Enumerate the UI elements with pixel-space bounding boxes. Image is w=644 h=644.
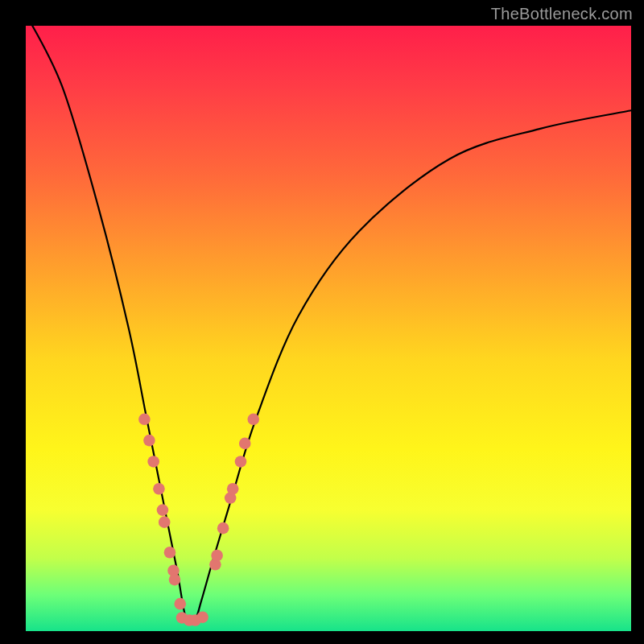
data-point (239, 438, 251, 450)
data-point (169, 574, 181, 586)
data-point (247, 414, 259, 426)
curve-layer (26, 26, 631, 631)
data-point (147, 456, 159, 468)
data-point (164, 547, 176, 559)
bottleneck-curve (26, 14, 631, 623)
watermark-text: TheBottleneck.com (491, 5, 633, 23)
chart-frame: TheBottleneck.com (0, 0, 644, 644)
scatter-dots (138, 414, 259, 626)
data-point (174, 598, 186, 610)
data-point (143, 435, 155, 447)
data-point (138, 414, 151, 426)
data-point (217, 522, 229, 535)
data-point (235, 456, 247, 468)
data-point (227, 483, 239, 495)
data-point (157, 504, 169, 516)
data-point (211, 550, 223, 562)
data-point (159, 516, 171, 528)
data-point (196, 611, 208, 623)
data-point (153, 483, 165, 495)
plot-area (26, 26, 631, 631)
